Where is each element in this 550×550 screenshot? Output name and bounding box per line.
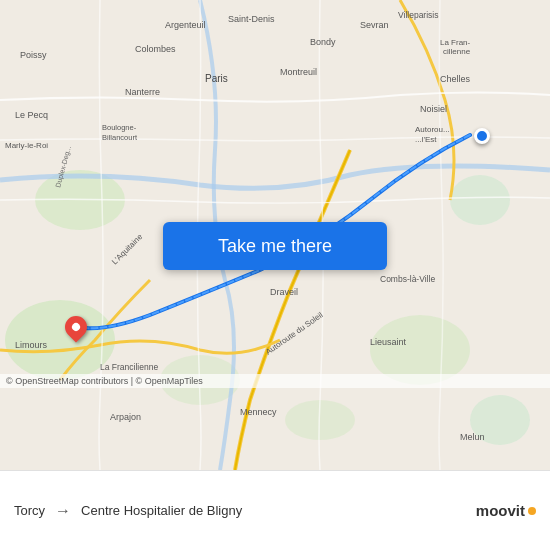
svg-text:Boulogne-: Boulogne- — [102, 123, 137, 132]
moovit-text: moovit — [476, 502, 525, 519]
svg-text:Colombes: Colombes — [135, 44, 176, 54]
from-location: Torcy — [14, 503, 45, 518]
svg-text:Noisiel: Noisiel — [420, 104, 447, 114]
svg-text:...l'Est: ...l'Est — [415, 135, 437, 144]
svg-text:Billancourt: Billancourt — [102, 133, 138, 142]
svg-text:Autorou...: Autorou... — [415, 125, 450, 134]
svg-text:La Fran-: La Fran- — [440, 38, 471, 47]
svg-text:Arpajon: Arpajon — [110, 412, 141, 422]
svg-text:Argenteuil: Argenteuil — [165, 20, 206, 30]
svg-text:Melun: Melun — [460, 432, 485, 442]
svg-text:Marly-le-Roi: Marly-le-Roi — [5, 141, 48, 150]
svg-text:Villeparisis: Villeparisis — [398, 10, 438, 20]
svg-text:Limours: Limours — [15, 340, 48, 350]
svg-text:Draveil: Draveil — [270, 287, 298, 297]
svg-text:Bondy: Bondy — [310, 37, 336, 47]
svg-text:Chelles: Chelles — [440, 74, 471, 84]
svg-text:Paris: Paris — [205, 73, 228, 84]
svg-text:Mennecy: Mennecy — [240, 407, 277, 417]
arrow-icon: → — [55, 502, 71, 520]
svg-text:La Francilienne: La Francilienne — [100, 362, 158, 372]
take-me-there-button[interactable]: Take me there — [163, 222, 387, 270]
map-container: Poissy Le Pecq Marly-le-Roi Argenteuil S… — [0, 0, 550, 470]
origin-dot — [474, 128, 490, 144]
svg-point-4 — [450, 175, 510, 225]
map-attribution: © OpenStreetMap contributors | © OpenMap… — [0, 374, 550, 388]
svg-text:Lieusaint: Lieusaint — [370, 337, 407, 347]
bottom-bar: Torcy → Centre Hospitalier de Bligny moo… — [0, 470, 550, 550]
svg-text:Montreuil: Montreuil — [280, 67, 317, 77]
svg-text:Saint-Denis: Saint-Denis — [228, 14, 275, 24]
svg-text:Nanterre: Nanterre — [125, 87, 160, 97]
svg-text:cillenne: cillenne — [443, 47, 471, 56]
svg-text:Le Pecq: Le Pecq — [15, 110, 48, 120]
moovit-logo: moovit — [476, 502, 536, 519]
svg-text:Combs-là-Ville: Combs-là-Ville — [380, 274, 435, 284]
svg-text:Sevran: Sevran — [360, 20, 389, 30]
svg-text:Poissy: Poissy — [20, 50, 47, 60]
moovit-dot — [528, 507, 536, 515]
to-location: Centre Hospitalier de Bligny — [81, 503, 242, 518]
